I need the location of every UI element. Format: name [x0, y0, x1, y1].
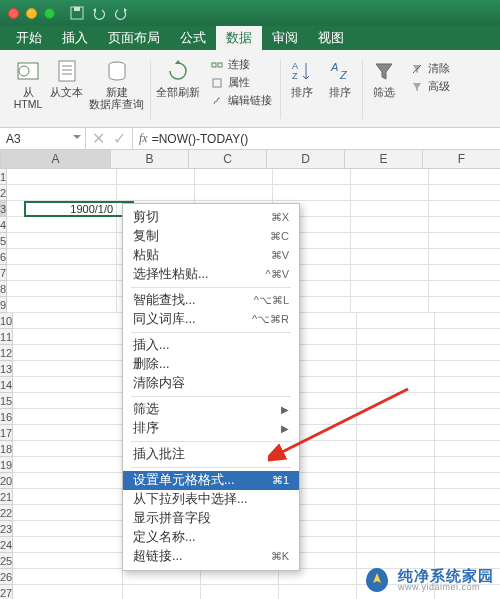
cancel-icon[interactable]: ✕	[92, 129, 105, 148]
cell-F15[interactable]	[435, 393, 500, 409]
confirm-icon[interactable]: ✓	[113, 129, 126, 148]
cell-F18[interactable]	[435, 441, 500, 457]
cell-A24[interactable]	[13, 537, 123, 553]
from-text-button[interactable]: 从文本	[48, 56, 85, 112]
row-header-24[interactable]: 24	[0, 537, 13, 553]
refresh-all-button[interactable]: 全部刷新	[154, 56, 202, 109]
cell-F6[interactable]	[429, 249, 500, 265]
menu-item-13[interactable]: 排序▶	[123, 419, 299, 438]
cell-F1[interactable]	[429, 169, 500, 185]
cell-F9[interactable]	[429, 297, 500, 313]
row-header-11[interactable]: 11	[0, 329, 13, 345]
row-header-7[interactable]: 7	[0, 265, 7, 281]
cell-E2[interactable]	[351, 185, 429, 201]
formula-input[interactable]: fx=NOW()-TODAY()	[133, 128, 500, 149]
row-header-26[interactable]: 26	[0, 569, 13, 585]
edit-links-button[interactable]: 编辑链接	[206, 92, 276, 109]
menu-item-15[interactable]: 插入批注	[123, 445, 299, 464]
cell-E20[interactable]	[357, 473, 435, 489]
cell-A8[interactable]	[7, 281, 117, 297]
cell-A10[interactable]	[13, 313, 123, 329]
cell-E9[interactable]	[351, 297, 429, 313]
cell-A7[interactable]	[7, 265, 117, 281]
row-header-17[interactable]: 17	[0, 425, 13, 441]
cell-A9[interactable]	[7, 297, 117, 313]
cell-E19[interactable]	[357, 457, 435, 473]
cell-F12[interactable]	[435, 345, 500, 361]
menu-item-3[interactable]: 选择性粘贴...^⌘V	[123, 265, 299, 284]
cell-A20[interactable]	[13, 473, 123, 489]
row-header-25[interactable]: 25	[0, 553, 13, 569]
cell-B27[interactable]	[123, 585, 201, 599]
menu-item-12[interactable]: 筛选▶	[123, 400, 299, 419]
col-header-A[interactable]: A	[1, 150, 111, 168]
cell-F23[interactable]	[435, 521, 500, 537]
cell-A23[interactable]	[13, 521, 123, 537]
row-header-19[interactable]: 19	[0, 457, 13, 473]
cell-A18[interactable]	[13, 441, 123, 457]
redo-icon[interactable]	[111, 4, 131, 22]
cell-E13[interactable]	[357, 361, 435, 377]
cell-D1[interactable]	[273, 169, 351, 185]
cell-B1[interactable]	[117, 169, 195, 185]
cell-F19[interactable]	[435, 457, 500, 473]
cell-A12[interactable]	[13, 345, 123, 361]
col-header-B[interactable]: B	[111, 150, 189, 168]
cell-A6[interactable]	[7, 249, 117, 265]
row-header-15[interactable]: 15	[0, 393, 13, 409]
cell-E10[interactable]	[357, 313, 435, 329]
row-header-6[interactable]: 6	[0, 249, 7, 265]
cell-A27[interactable]	[13, 585, 123, 599]
cell-F17[interactable]	[435, 425, 500, 441]
new-db-query-button[interactable]: 新建数据库查询	[87, 56, 146, 112]
menu-item-5[interactable]: 智能查找...^⌥⌘L	[123, 291, 299, 310]
cell-F14[interactable]	[435, 377, 500, 393]
cell-F13[interactable]	[435, 361, 500, 377]
cell-C26[interactable]	[201, 569, 279, 585]
cell-F16[interactable]	[435, 409, 500, 425]
row-header-5[interactable]: 5	[0, 233, 7, 249]
tab-2[interactable]: 页面布局	[98, 26, 170, 50]
cell-A15[interactable]	[13, 393, 123, 409]
save-icon[interactable]	[67, 4, 87, 22]
menu-item-1[interactable]: 复制⌘C	[123, 227, 299, 246]
cell-F2[interactable]	[429, 185, 500, 201]
tab-0[interactable]: 开始	[6, 26, 52, 50]
cell-F3[interactable]	[429, 201, 500, 217]
cell-E16[interactable]	[357, 409, 435, 425]
menu-item-0[interactable]: 剪切⌘X	[123, 208, 299, 227]
row-header-27[interactable]: 27	[0, 585, 13, 599]
name-box[interactable]: A3	[0, 128, 86, 149]
row-header-13[interactable]: 13	[0, 361, 13, 377]
cell-F10[interactable]	[435, 313, 500, 329]
cell-F20[interactable]	[435, 473, 500, 489]
cell-A19[interactable]	[13, 457, 123, 473]
cell-E4[interactable]	[351, 217, 429, 233]
undo-icon[interactable]	[89, 4, 109, 22]
cell-B26[interactable]	[123, 569, 201, 585]
cell-A4[interactable]	[7, 217, 117, 233]
cell-A13[interactable]	[13, 361, 123, 377]
cell-F11[interactable]	[435, 329, 500, 345]
row-header-1[interactable]: 1	[0, 169, 7, 185]
tab-4[interactable]: 数据	[216, 26, 262, 50]
row-header-3[interactable]: 3	[0, 201, 7, 217]
tab-6[interactable]: 视图	[308, 26, 354, 50]
row-header-21[interactable]: 21	[0, 489, 13, 505]
cell-F22[interactable]	[435, 505, 500, 521]
tab-5[interactable]: 审阅	[262, 26, 308, 50]
cell-A2[interactable]	[7, 185, 117, 201]
cell-E24[interactable]	[357, 537, 435, 553]
from-html-button[interactable]: 从HTML	[10, 56, 46, 112]
col-header-E[interactable]: E	[345, 150, 423, 168]
cell-E21[interactable]	[357, 489, 435, 505]
close-window-button[interactable]	[8, 8, 19, 19]
cell-F8[interactable]	[429, 281, 500, 297]
advanced-filter-button[interactable]: 高级	[406, 78, 454, 95]
properties-button[interactable]: 属性	[206, 74, 276, 91]
cell-E1[interactable]	[351, 169, 429, 185]
cell-C1[interactable]	[195, 169, 273, 185]
cell-D2[interactable]	[273, 185, 351, 201]
fx-icon[interactable]: fx	[139, 131, 148, 146]
cell-E5[interactable]	[351, 233, 429, 249]
